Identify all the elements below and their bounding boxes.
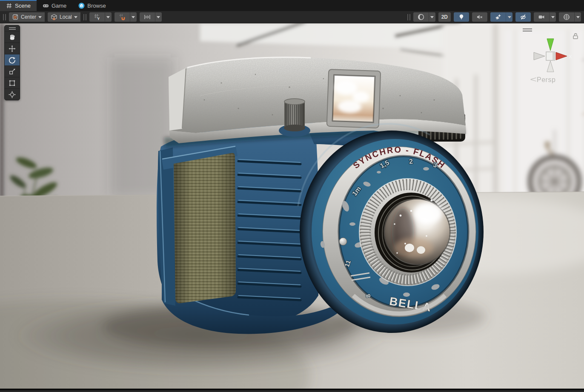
band-screw — [339, 238, 347, 245]
axis-back-cone — [534, 52, 545, 60]
view-tabbar: Scene Game Browse — [0, 0, 584, 11]
tool-move[interactable] — [5, 43, 20, 54]
tools-drag-handle[interactable] — [5, 26, 20, 31]
toolbar-drag-handle[interactable] — [83, 14, 86, 20]
shading-mode-button[interactable] — [413, 12, 429, 22]
svg-text:Y: Y — [97, 17, 100, 20]
persp-arrow-icon: < — [530, 75, 537, 84]
unity-editor-window: Scene Game Browse — [0, 0, 584, 392]
visibility-eye-icon — [520, 14, 527, 20]
chevron-down-icon — [74, 16, 77, 18]
tab-scene-label: Scene — [15, 3, 31, 9]
effects-dropdown[interactable] — [506, 12, 512, 22]
scene-render: SYNCHRO - FLASH 1m 1,5 2 3 11 8 — [0, 23, 584, 390]
orientation-label: Local — [60, 14, 72, 20]
snap-magnet-icon — [119, 14, 126, 20]
axis-x-cone — [556, 52, 567, 60]
projection-label: Persp — [537, 76, 555, 84]
orientation-cube-icon — [51, 14, 57, 20]
lightbulb-icon — [458, 14, 465, 20]
pivot-icon — [12, 14, 19, 20]
asset-store-icon — [78, 3, 85, 9]
scale-icon — [9, 68, 16, 75]
move-icon — [9, 45, 16, 52]
hand-icon — [9, 34, 16, 41]
effects-group — [490, 12, 512, 22]
grid-visibility-dropdown[interactable] — [105, 12, 112, 22]
viewfinder — [327, 69, 381, 128]
axis-y-cone — [547, 39, 554, 51]
camera-icon — [538, 14, 545, 20]
toolbar-drag-handle[interactable] — [407, 14, 410, 20]
tool-rect[interactable] — [5, 77, 20, 88]
rect-tool-icon — [9, 80, 16, 87]
grid-visibility-button[interactable]: Y — [89, 12, 105, 22]
camera-settings-group — [534, 12, 556, 22]
shading-mode-dropdown[interactable] — [429, 12, 435, 22]
effects-toggle[interactable] — [490, 12, 506, 22]
tab-game[interactable]: Game — [37, 0, 72, 11]
projection-mode[interactable]: < Persp — [531, 75, 555, 84]
scene-gizmo: y x < Persp — [521, 25, 580, 90]
audio-mute-icon — [476, 14, 483, 20]
scene-visibility-toggle[interactable] — [515, 12, 531, 22]
scene-lighting-toggle[interactable] — [454, 12, 469, 22]
effects-icon — [495, 14, 501, 20]
grid-icon — [6, 3, 12, 9]
axis-bottom-cone — [547, 61, 554, 72]
tool-transform[interactable] — [5, 88, 20, 100]
camera-settings-dropdown[interactable] — [549, 12, 556, 22]
chevron-down-icon — [551, 16, 555, 18]
snap-increment-group — [140, 12, 162, 22]
focus-mark: 2 — [409, 158, 413, 165]
tool-hand[interactable] — [5, 31, 20, 43]
gizmos-sphere-icon — [563, 14, 570, 20]
transform-icon — [9, 91, 16, 98]
chevron-down-icon — [132, 16, 135, 18]
camera-settings-button[interactable] — [534, 12, 549, 22]
pivot-mode-label: Center — [21, 14, 36, 20]
tab-game-label: Game — [52, 3, 66, 9]
orientation-button[interactable]: Local — [48, 12, 80, 22]
chevron-down-icon — [576, 16, 580, 18]
orientation-group: Local — [48, 12, 80, 22]
gizmos-dropdown[interactable] — [574, 12, 581, 22]
audio-toggle[interactable] — [472, 12, 487, 22]
2d-label: 2D — [441, 14, 448, 20]
shading-mode-group — [413, 12, 435, 22]
rotate-icon — [9, 57, 16, 64]
grid-visibility-group: Y — [89, 12, 112, 22]
chevron-down-icon — [106, 16, 110, 18]
toolbar-drag-handle[interactable] — [3, 14, 6, 20]
pivot-mode-group: Center — [9, 12, 45, 22]
snap-increment-icon — [144, 14, 151, 20]
tab-browse[interactable]: Browse — [72, 0, 112, 11]
orientation-gizmo[interactable]: y x — [528, 30, 573, 77]
tab-browse-label: Browse — [87, 3, 106, 9]
tools-overlay — [4, 25, 20, 100]
tool-rotate[interactable] — [5, 54, 20, 65]
fabric-panel — [174, 153, 236, 303]
grid-snap-group — [115, 12, 137, 22]
camera-model[interactable]: SYNCHRO - FLASH 1m 1,5 2 3 11 8 — [157, 53, 484, 334]
toggle-2d-button[interactable]: 2D — [438, 12, 451, 22]
shading-mode-icon — [418, 14, 424, 20]
tab-scene[interactable]: Scene — [0, 0, 37, 11]
chevron-down-icon — [508, 16, 511, 18]
axis-x-label: x — [569, 53, 572, 60]
grid-snap-button[interactable] — [115, 12, 130, 22]
pivot-mode-button[interactable]: Center — [9, 12, 45, 22]
snap-increment-dropdown[interactable] — [155, 12, 162, 22]
lens-glass-dome — [384, 199, 450, 264]
lock-icon[interactable] — [572, 33, 579, 40]
gamepad-icon — [43, 3, 49, 9]
scene-viewport[interactable]: SYNCHRO - FLASH 1m 1,5 2 3 11 8 — [0, 23, 584, 390]
snap-increment-button[interactable] — [140, 12, 155, 22]
gizmos-button[interactable] — [559, 12, 574, 22]
grid-visibility-icon: Y — [94, 14, 100, 20]
grid-snap-dropdown[interactable] — [130, 12, 137, 22]
chevron-down-icon — [157, 16, 160, 18]
chevron-down-icon — [38, 16, 42, 18]
tool-scale[interactable] — [5, 65, 20, 77]
scene-toolbar: Center Local — [0, 11, 584, 23]
